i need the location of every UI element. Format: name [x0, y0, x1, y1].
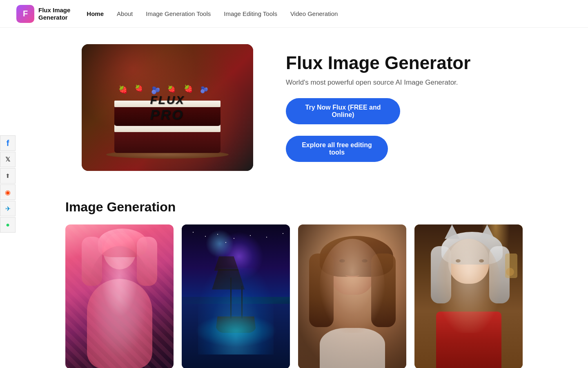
card-latent-consistency: Latent Consistency Models Real Time Imag…: [414, 224, 523, 368]
hero-section: FLUXPRO 🍓 🍓 🫐 🍓 🍓 🫐 Flux Image Generator…: [0, 28, 588, 187]
section-title: Image Generation: [65, 200, 523, 215]
card-stable-diffusion: Stable Diffusion XL Latest Model by Stab…: [298, 224, 406, 368]
nav-image-edit[interactable]: Image Editing Tools: [224, 10, 277, 17]
hero-content: Flux Image Generator World's most powerf…: [286, 53, 523, 162]
share-button[interactable]: ⬆: [0, 168, 16, 184]
card-image-2[interactable]: [182, 224, 290, 368]
sidebar-share: f 𝕏 ⬆ ◉ ✈ ●: [0, 135, 16, 233]
card-flux-controlnet: Flux Controlnet Canny Conditioned Flux I…: [65, 224, 174, 368]
card-sdxl-lightning: SDXL-Lightning Extra fast text to image: [182, 224, 290, 368]
hero-image: FLUXPRO 🍓 🍓 🫐 🍓 🍓 🫐: [82, 44, 253, 171]
hero-subtitle: World's most powerful open source AI Ima…: [286, 79, 523, 87]
nav-home[interactable]: Home: [87, 10, 104, 17]
logo-icon: F: [16, 5, 34, 23]
card-image-1[interactable]: [65, 224, 174, 368]
facebook-share-button[interactable]: f: [0, 135, 16, 151]
explore-editing-button[interactable]: Explore all free editing tools: [286, 136, 388, 162]
whatsapp-share-button[interactable]: ●: [0, 217, 16, 233]
card-image-4[interactable]: [414, 224, 523, 368]
navbar: F Flux ImageGenerator Home About Image G…: [0, 0, 588, 28]
nav-about[interactable]: About: [117, 10, 133, 17]
logo[interactable]: F Flux ImageGenerator: [16, 5, 70, 23]
telegram-share-button[interactable]: ✈: [0, 201, 16, 216]
cards-grid: Flux Controlnet Canny Conditioned Flux I…: [65, 224, 523, 368]
hero-title: Flux Image Generator: [286, 53, 523, 73]
reddit-share-button[interactable]: ◉: [0, 184, 16, 200]
logo-text: Flux ImageGenerator: [38, 7, 70, 21]
image-generation-section: Image Generation Flux Controlnet Canny C…: [0, 187, 588, 368]
nav-image-gen[interactable]: Image Generation Tools: [146, 10, 211, 17]
nav-video-gen[interactable]: Video Generation: [290, 10, 338, 17]
nav-links: Home About Image Generation Tools Image …: [87, 10, 338, 17]
try-now-button[interactable]: Try Now Flux (FREE and Online): [286, 98, 400, 124]
card-image-3[interactable]: [298, 224, 406, 368]
twitter-share-button[interactable]: 𝕏: [0, 152, 16, 167]
